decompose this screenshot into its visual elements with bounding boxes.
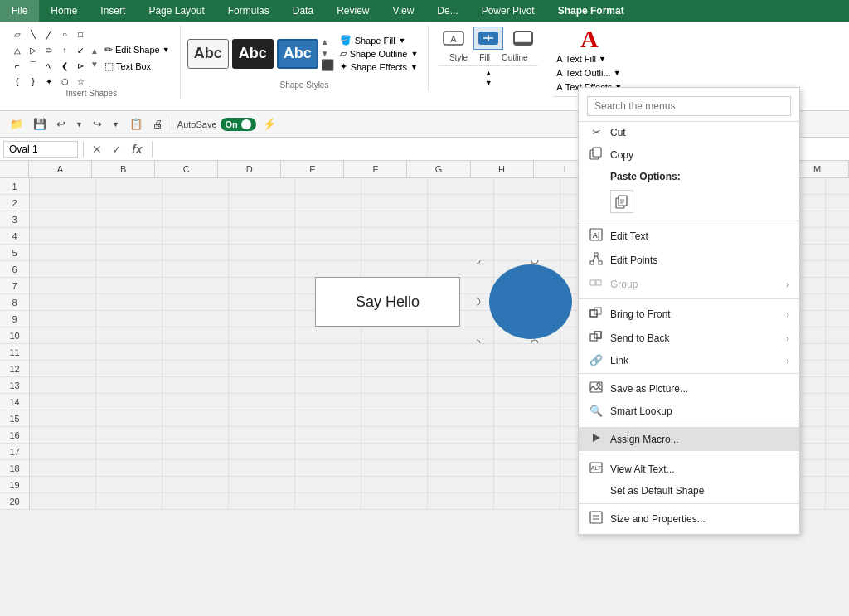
- cell-20-5[interactable]: [361, 493, 428, 510]
- shape-icon-14[interactable]: ❮: [57, 58, 72, 73]
- row-num-17[interactable]: 17: [0, 444, 29, 460]
- cell-16-6[interactable]: [428, 427, 494, 444]
- shape-icon-19[interactable]: ⬡: [57, 74, 72, 89]
- cell-3-7[interactable]: [494, 211, 560, 228]
- cell-19-4[interactable]: [295, 477, 361, 493]
- cell-16-2[interactable]: [163, 427, 229, 444]
- cell-5-2[interactable]: [163, 245, 229, 261]
- cell-4-12[interactable]: [826, 228, 849, 245]
- qat-form-button[interactable]: 📋: [126, 116, 146, 132]
- shapes-scroll-down[interactable]: ▼: [90, 59, 99, 70]
- context-menu-cut[interactable]: ✂ Cut: [579, 122, 799, 143]
- cell-10-2[interactable]: [163, 327, 229, 344]
- cell-19-5[interactable]: [361, 477, 428, 493]
- cell-18-2[interactable]: [163, 460, 229, 477]
- row-num-7[interactable]: 7: [0, 278, 29, 294]
- tab-power-pivot[interactable]: Power Pivot: [470, 0, 546, 22]
- cell-4-7[interactable]: [494, 228, 560, 245]
- cell-3-5[interactable]: [361, 211, 428, 228]
- cell-9-0[interactable]: [30, 311, 96, 327]
- tab-page-layout[interactable]: Page Layout: [137, 0, 216, 22]
- cell-9-2[interactable]: [163, 311, 229, 327]
- formula-confirm-button[interactable]: ✓: [109, 142, 125, 157]
- cell-15-5[interactable]: [361, 410, 428, 427]
- cell-4-5[interactable]: [361, 228, 428, 245]
- cell-6-2[interactable]: [163, 261, 229, 278]
- style-sample-2[interactable]: Abc: [232, 39, 274, 69]
- context-menu-search-input[interactable]: [587, 96, 791, 116]
- cell-16-7[interactable]: [494, 427, 560, 444]
- oval-shape[interactable]: [477, 260, 593, 346]
- row-num-2[interactable]: 2: [0, 195, 29, 211]
- cell-8-12[interactable]: [826, 294, 849, 311]
- row-num-19[interactable]: 19: [0, 477, 29, 493]
- tab-de[interactable]: De...: [425, 0, 469, 22]
- cell-14-2[interactable]: [163, 394, 229, 410]
- cell-8-2[interactable]: [163, 294, 229, 311]
- cell-19-3[interactable]: [229, 477, 295, 493]
- qat-print-button[interactable]: 🖨: [149, 116, 167, 132]
- cell-6-12[interactable]: [826, 261, 849, 278]
- cell-11-1[interactable]: [96, 344, 163, 361]
- cell-4-6[interactable]: [428, 228, 494, 245]
- row-num-1[interactable]: 1: [0, 178, 29, 195]
- cell-17-7[interactable]: [494, 444, 560, 460]
- shape-icon-16[interactable]: {: [10, 74, 25, 89]
- cell-12-2[interactable]: [163, 361, 229, 377]
- shape-outline-button[interactable]: ▱ Shape Outline ▼: [337, 47, 422, 60]
- row-num-12[interactable]: 12: [0, 361, 29, 377]
- cell-15-6[interactable]: [428, 410, 494, 427]
- shape-icon-11[interactable]: ⌐: [10, 58, 25, 73]
- cell-18-12[interactable]: [826, 460, 849, 477]
- style-icon-btn[interactable]: A: [439, 27, 468, 50]
- cell-20-4[interactable]: [295, 493, 361, 510]
- cell-7-1[interactable]: [96, 278, 163, 294]
- cell-11-0[interactable]: [30, 344, 96, 361]
- cell-16-12[interactable]: [826, 427, 849, 444]
- cell-16-4[interactable]: [295, 427, 361, 444]
- shape-icon-12[interactable]: ⌒: [26, 58, 41, 73]
- cell-1-6[interactable]: [428, 178, 494, 195]
- cell-11-6[interactable]: [428, 344, 494, 361]
- cell-11-12[interactable]: [826, 344, 849, 361]
- cell-4-4[interactable]: [295, 228, 361, 245]
- shape-icon-4[interactable]: ○: [57, 27, 72, 41]
- row-num-6[interactable]: 6: [0, 261, 29, 278]
- cell-20-12[interactable]: [826, 493, 849, 510]
- cell-10-5[interactable]: [361, 327, 428, 344]
- context-menu-link[interactable]: 🔗 Link ›: [579, 350, 799, 371]
- shape-icon-1[interactable]: ▱: [10, 27, 25, 41]
- cell-13-7[interactable]: [494, 377, 560, 394]
- cell-13-12[interactable]: [826, 377, 849, 394]
- cell-12-4[interactable]: [295, 361, 361, 377]
- cell-1-12[interactable]: [826, 178, 849, 195]
- cell-17-5[interactable]: [361, 444, 428, 460]
- corner-cell[interactable]: [0, 161, 29, 177]
- style-scroll-down[interactable]: ▼: [321, 48, 334, 60]
- context-menu-smart-lookup[interactable]: 🔍 Smart Lookup: [579, 400, 799, 421]
- cell-15-7[interactable]: [494, 410, 560, 427]
- cell-1-4[interactable]: [295, 178, 361, 195]
- cell-18-1[interactable]: [96, 460, 163, 477]
- shape-icon-20[interactable]: ☆: [73, 74, 88, 89]
- row-num-8[interactable]: 8: [0, 294, 29, 311]
- shapes-scroll-up[interactable]: ▲: [90, 46, 99, 57]
- cell-18-7[interactable]: [494, 460, 560, 477]
- cell-6-1[interactable]: [96, 261, 163, 278]
- col-header-c[interactable]: C: [155, 161, 218, 177]
- cell-3-4[interactable]: [295, 211, 361, 228]
- cell-14-3[interactable]: [229, 394, 295, 410]
- cell-5-12[interactable]: [826, 245, 849, 261]
- cell-2-6[interactable]: [428, 195, 494, 211]
- cell-16-0[interactable]: [30, 427, 96, 444]
- context-menu-view-alt-text[interactable]: ALT View Alt Text...: [579, 457, 799, 481]
- tab-formulas[interactable]: Formulas: [216, 0, 281, 22]
- cell-3-0[interactable]: [30, 211, 96, 228]
- autosave-toggle[interactable]: On: [221, 118, 256, 131]
- cell-16-5[interactable]: [361, 427, 428, 444]
- cell-12-3[interactable]: [229, 361, 295, 377]
- context-menu-set-default-shape[interactable]: Set as Default Shape: [579, 481, 799, 501]
- cell-18-5[interactable]: [361, 460, 428, 477]
- row-num-3[interactable]: 3: [0, 211, 29, 228]
- text-fill-button[interactable]: A Text Fill ▼: [553, 52, 625, 65]
